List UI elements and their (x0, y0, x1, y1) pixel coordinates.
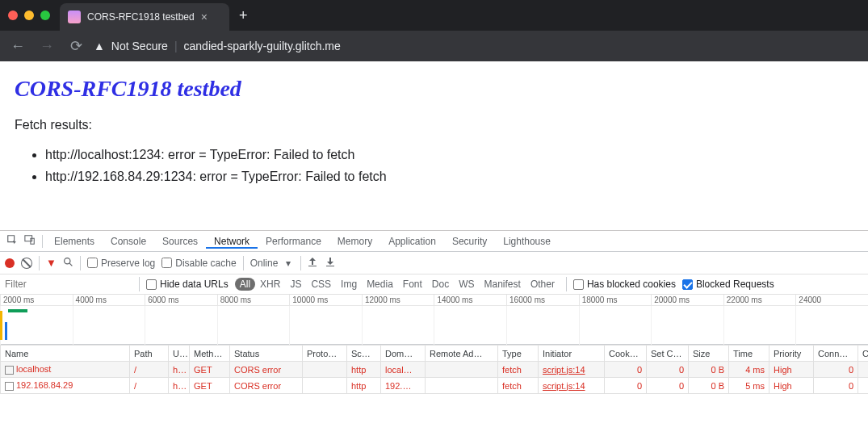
cell-protocol (303, 378, 347, 394)
browser-tab[interactable]: CORS-RFC1918 testbed × (60, 3, 229, 31)
devtools-panel: ElementsConsoleSourcesNetworkPerformance… (0, 230, 868, 440)
close-window-icon[interactable] (8, 10, 18, 20)
disable-cache-checkbox[interactable]: Disable cache (161, 258, 236, 269)
devtools-tab-memory[interactable]: Memory (329, 236, 380, 247)
search-icon[interactable] (63, 257, 73, 270)
type-chip-doc[interactable]: Doc (427, 278, 454, 291)
column-header[interactable]: Dom… (381, 346, 426, 362)
timeline-tick: 4000 ms (73, 295, 145, 305)
type-chip-img[interactable]: Img (336, 278, 362, 291)
minimize-window-icon[interactable] (24, 10, 34, 20)
column-header[interactable]: U… (169, 346, 190, 362)
record-button[interactable] (5, 258, 15, 268)
type-chip-css[interactable]: CSS (306, 278, 336, 291)
inspect-icon[interactable] (3, 234, 21, 248)
type-chip-xhr[interactable]: XHR (255, 278, 285, 291)
cell-url: h… (169, 362, 190, 378)
column-header[interactable]: Name (1, 346, 130, 362)
timeline-tick: 18000 ms (579, 295, 652, 305)
results-label: Fetch results: (15, 118, 853, 132)
table-header-row[interactable]: NamePathU…Meth…StatusProto…Sc…Dom…Remote… (1, 346, 869, 362)
waterfall-timeline[interactable]: 2000 ms4000 ms6000 ms8000 ms10000 ms1200… (0, 295, 868, 345)
network-toolbar: ▼ Preserve log Disable cache Online ▾ (0, 252, 868, 274)
type-chip-font[interactable]: Font (398, 278, 427, 291)
cell-path: / (130, 378, 169, 394)
table-row[interactable]: localhost/h…GETCORS errorhttplocal…fetch… (1, 362, 869, 378)
column-header[interactable]: Type (498, 346, 539, 362)
url-field[interactable]: ▲ Not Secure | candied-sparkly-guilty.gl… (94, 40, 862, 52)
type-chip-all[interactable]: All (235, 278, 255, 291)
result-item: http://localhost:1234: error = TypeError… (45, 144, 853, 166)
tab-title: CORS-RFC1918 testbed (87, 11, 195, 23)
timeline-marker (0, 311, 2, 340)
timeline-tick: 14000 ms (434, 295, 506, 305)
devtools-tab-security[interactable]: Security (444, 236, 495, 247)
cell-size: 0 B (689, 362, 729, 378)
devtools-tab-elements[interactable]: Elements (46, 236, 103, 247)
page-heading: CORS-RFC1918 testbed (15, 76, 853, 102)
type-chip-js[interactable]: JS (285, 278, 306, 291)
devtools-tab-lighthouse[interactable]: Lighthouse (495, 236, 559, 247)
device-toggle-icon[interactable] (21, 234, 39, 248)
results-list: http://localhost:1234: error = TypeError… (15, 144, 853, 187)
cell-initiator[interactable]: script.js:14 (539, 378, 605, 394)
column-header[interactable]: Cac… (858, 346, 869, 362)
column-header[interactable]: Status (230, 346, 303, 362)
column-header[interactable]: Initiator (539, 346, 605, 362)
blocked-requests-checkbox[interactable]: Blocked Requests (682, 279, 774, 290)
type-chip-ws[interactable]: WS (454, 278, 479, 291)
column-header[interactable]: Proto… (303, 346, 347, 362)
maximize-window-icon[interactable] (40, 10, 50, 20)
cell-url: h… (169, 378, 190, 394)
filter-input[interactable] (3, 279, 132, 290)
not-secure-label: Not Secure (111, 40, 168, 52)
column-header[interactable]: Path (130, 346, 169, 362)
column-header[interactable]: Sc… (347, 346, 381, 362)
devtools-tab-application[interactable]: Application (380, 236, 444, 247)
window-controls (8, 10, 50, 20)
timeline-tick: 12000 ms (362, 295, 434, 305)
reload-button[interactable]: ⟳ (65, 35, 87, 57)
clear-button[interactable] (19, 255, 35, 271)
timeline-tick: 20000 ms (651, 295, 723, 305)
cell-method: GET (190, 378, 230, 394)
filter-toggle-icon[interactable]: ▼ (46, 257, 57, 269)
column-header[interactable]: Cook… (605, 346, 647, 362)
cell-priority: High (769, 378, 814, 394)
column-header[interactable]: Remote Ad… (426, 346, 498, 362)
tab-close-icon[interactable]: × (201, 10, 208, 23)
column-header[interactable]: Time (729, 346, 769, 362)
hide-data-urls-checkbox[interactable]: Hide data URLs (146, 279, 229, 290)
cell-type: fetch (498, 378, 539, 394)
column-header[interactable]: Conn… (814, 346, 858, 362)
url-text: candied-sparkly-guilty.glitch.me (184, 40, 341, 52)
svg-point-2 (65, 258, 70, 263)
forward-button[interactable]: → (36, 35, 58, 57)
devtools-tab-sources[interactable]: Sources (154, 236, 206, 247)
type-chip-manifest[interactable]: Manifest (480, 278, 526, 291)
column-header[interactable]: Size (689, 346, 729, 362)
preserve-log-checkbox[interactable]: Preserve log (87, 258, 155, 269)
back-button[interactable]: ← (6, 35, 29, 57)
new-tab-button[interactable]: + (229, 7, 258, 24)
network-table: NamePathU…Meth…StatusProto…Sc…Dom…Remote… (0, 345, 868, 440)
devtools-tab-console[interactable]: Console (103, 236, 154, 247)
column-header[interactable]: Meth… (190, 346, 230, 362)
cell-domain: 192.… (381, 378, 426, 394)
cell-cache (858, 378, 869, 394)
column-header[interactable]: Set C… (647, 346, 689, 362)
table-row[interactable]: 192.168.84.29/h…GETCORS errorhttp192.…fe… (1, 378, 869, 394)
devtools-tab-network[interactable]: Network (206, 236, 258, 249)
download-har-icon[interactable] (325, 257, 335, 269)
devtools-tab-performance[interactable]: Performance (258, 236, 329, 247)
type-chip-media[interactable]: Media (362, 278, 398, 291)
column-header[interactable]: Priority (769, 346, 814, 362)
cell-scheme: http (347, 378, 381, 394)
throttling-select[interactable]: Online ▾ (250, 258, 294, 269)
cell-domain: local… (381, 362, 426, 378)
type-chip-other[interactable]: Other (526, 278, 560, 291)
upload-har-icon[interactable] (308, 257, 317, 269)
cell-initiator[interactable]: script.js:14 (539, 362, 605, 378)
has-blocked-cookies-checkbox[interactable]: Has blocked cookies (573, 279, 676, 290)
timeline-tick: 6000 ms (145, 295, 217, 305)
